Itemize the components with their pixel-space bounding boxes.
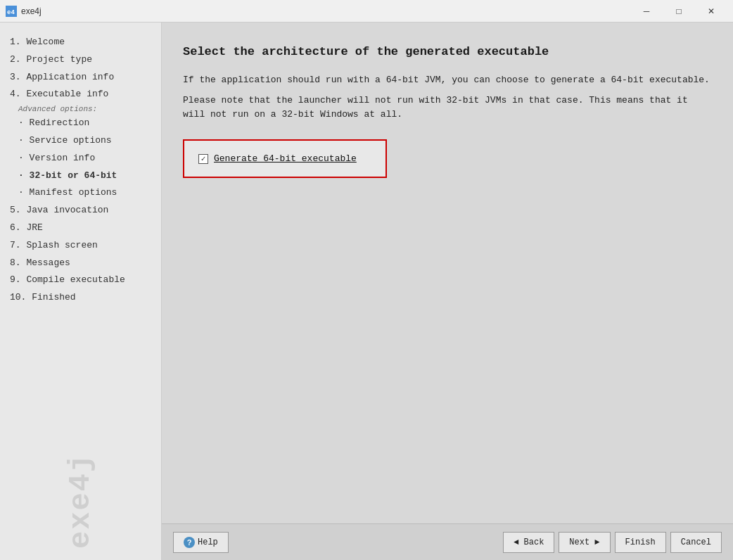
sidebar-item-service-options[interactable]: · Service options	[7, 132, 154, 150]
finish-button[interactable]: Finish	[615, 532, 666, 553]
footer-left: ? Help	[173, 532, 503, 553]
sidebar-item-splash-screen[interactable]: 7. Splash screen	[7, 237, 154, 255]
sidebar-advanced-label: Advanced options:	[7, 103, 154, 115]
sidebar-item-compile-exe[interactable]: 9. Compile executable	[7, 272, 154, 289]
sidebar-item-finished[interactable]: 10. Finished	[7, 289, 154, 307]
sidebar-watermark: exe4j	[64, 421, 98, 561]
sidebar-item-welcome[interactable]: 1. Welcome	[7, 34, 154, 51]
maximize-button[interactable]: □	[663, 0, 695, 23]
generate-64bit-text: Generate 64-bit executable	[214, 153, 357, 164]
help-icon: ?	[184, 537, 195, 548]
sidebar-item-redirection[interactable]: · Redirection	[7, 115, 154, 132]
next-button[interactable]: Next ►	[559, 532, 610, 553]
help-label: Help	[198, 537, 218, 547]
content-area: Select the architecture of the generated…	[162, 23, 733, 523]
sidebar-item-manifest-options[interactable]: · Manifest options	[7, 184, 154, 202]
minimize-button[interactable]: ─	[630, 0, 663, 23]
checkbox-panel: ✓ Generate 64-bit executable	[183, 139, 387, 178]
description-2: Please note that the launcher will not r…	[183, 94, 712, 123]
footer-right: ◄ Back Next ► Finish Cancel	[503, 532, 722, 553]
page-title: Select the architecture of the generated…	[183, 44, 712, 61]
app-icon: e4	[6, 6, 17, 17]
sidebar-item-project-type[interactable]: 2. Project type	[7, 51, 154, 69]
sidebar-item-version-info[interactable]: · Version info	[7, 150, 154, 167]
back-button[interactable]: ◄ Back	[503, 532, 554, 553]
sidebar: 1. Welcome 2. Project type 3. Applicatio…	[0, 23, 162, 560]
window-title: exe4j	[21, 6, 630, 16]
sidebar-item-messages[interactable]: 8. Messages	[7, 255, 154, 272]
cancel-button[interactable]: Cancel	[670, 532, 722, 553]
sidebar-item-jre[interactable]: 6. JRE	[7, 219, 154, 237]
sidebar-item-java-invocation[interactable]: 5. Java invocation	[7, 202, 154, 219]
close-button[interactable]: ✕	[695, 0, 727, 23]
sidebar-item-exe-info[interactable]: 4. Executable info	[7, 86, 154, 103]
generate-64bit-checkbox[interactable]: ✓	[198, 154, 208, 164]
svg-text:e4: e4	[7, 9, 15, 16]
titlebar: e4 exe4j ─ □ ✕	[0, 0, 733, 23]
generate-64bit-label[interactable]: ✓ Generate 64-bit executable	[198, 153, 357, 164]
sidebar-item-app-info[interactable]: 3. Application info	[7, 69, 154, 87]
footer: ? Help ◄ Back Next ► Finish Cancel	[162, 523, 733, 560]
main-window: 1. Welcome 2. Project type 3. Applicatio…	[0, 23, 733, 560]
description-1: If the application should run with a 64-…	[183, 73, 712, 88]
help-button[interactable]: ? Help	[173, 532, 229, 553]
window-controls: ─ □ ✕	[630, 0, 727, 23]
sidebar-item-32or64[interactable]: · 32-bit or 64-bit	[7, 167, 154, 185]
